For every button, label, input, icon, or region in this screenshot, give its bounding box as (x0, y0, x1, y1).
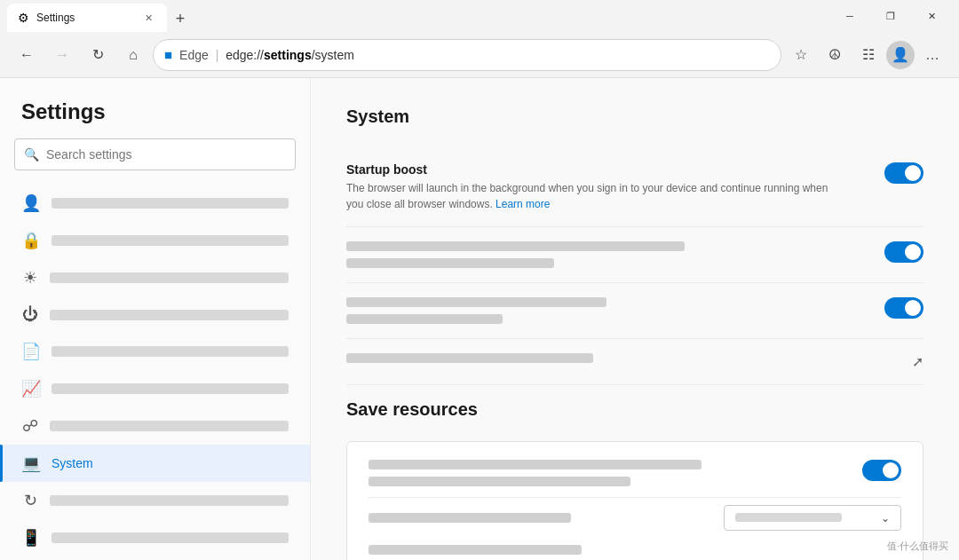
startup-boost-row: Startup boost The browser will launch in… (346, 148, 923, 227)
card-line2 (369, 477, 630, 486)
startup-boost-toggle[interactable] (884, 162, 923, 184)
toggle-thumb (883, 462, 899, 478)
refresh-button[interactable]: ↻ (82, 39, 114, 71)
row4-placeholder-1 (346, 353, 593, 363)
nav-item-placeholder (50, 421, 289, 431)
privacy-icon: 🔒 (21, 231, 41, 250)
startup-boost-desc: The browser will launch in the backgroun… (346, 180, 844, 212)
setting-row-4-info (346, 353, 894, 363)
startup-boost-info: Startup boost The browser will launch in… (346, 162, 867, 212)
search-icon: 🔍 (24, 147, 39, 162)
home-button[interactable]: ⌂ (117, 39, 149, 71)
nav-item-placeholder (52, 532, 289, 543)
address-bar[interactable]: ■ Edge | edge://settings/system (153, 39, 781, 71)
setting-row-3-info (346, 297, 867, 324)
sidebar-item-onstart[interactable]: ⏻ (0, 296, 310, 333)
save-resources-row (369, 460, 901, 498)
row3-toggle[interactable] (884, 297, 923, 319)
read-icon[interactable]: ☮ (819, 39, 851, 71)
maximize-button[interactable]: ❐ (870, 0, 911, 32)
row2-placeholder-2 (346, 258, 554, 268)
search-input[interactable] (46, 147, 286, 162)
save-resources-dropdown-row: ⌄ (369, 498, 901, 538)
setting-row-4: ➚ (346, 339, 923, 385)
sidebar-title: Settings (0, 99, 310, 138)
more-menu-icon[interactable]: … (916, 39, 948, 71)
watermark: 值·什么值得买 (887, 540, 948, 553)
back-button[interactable]: ← (11, 39, 43, 71)
sidebar-item-reset[interactable]: ↻ (0, 482, 310, 519)
sidebar-item-share[interactable]: 📈 (0, 370, 310, 407)
share-icon: 📈 (21, 379, 41, 398)
sidebar: Settings 🔍 👤 🔒 ☀ ⏻ 📄 (0, 78, 311, 560)
dropdown-label-area (369, 513, 706, 523)
tab-close-button[interactable]: ✕ (140, 10, 156, 26)
new-tab-button[interactable]: + (167, 5, 194, 32)
profile-icon[interactable]: 👤 (886, 41, 915, 69)
profiles-icon: 👤 (21, 193, 41, 213)
edge-logo-icon: ■ (164, 47, 172, 62)
settings-tab[interactable]: ⚙ Settings ✕ (7, 4, 167, 32)
toggle-thumb (905, 244, 921, 260)
minimize-button[interactable]: ─ (829, 0, 870, 32)
address-text: Edge | edge://settings/system (179, 48, 770, 62)
onstart-icon: ⏻ (21, 305, 39, 324)
external-link-icon[interactable]: ➚ (912, 353, 923, 370)
card-bottom-row (369, 538, 901, 555)
nav-item-placeholder (52, 383, 289, 394)
sidebar-item-privacy[interactable]: 🔒 (0, 222, 310, 259)
window-controls: ─ ❐ ✕ (829, 0, 952, 32)
card-line4 (369, 545, 582, 555)
nav-item-placeholder (50, 310, 289, 320)
dropdown-select[interactable]: ⌄ (724, 505, 901, 531)
navigation-bar: ← → ↻ ⌂ ■ Edge | edge://settings/system … (0, 32, 959, 78)
sidebar2-icon: ☍ (21, 416, 39, 436)
card-line1 (369, 460, 701, 469)
toggle-thumb (905, 165, 921, 181)
collections-icon[interactable]: ☷ (852, 39, 884, 71)
main-content: System Startup boost The browser will la… (311, 78, 959, 560)
appearance-icon: ☀ (21, 268, 39, 288)
forward-button[interactable]: → (46, 39, 78, 71)
sidebar-item-phone[interactable]: 📱 (0, 519, 310, 556)
nav-item-label-system: System (52, 456, 93, 470)
setting-row-2-info (346, 241, 867, 268)
sidebar-item-edge[interactable]: e (0, 556, 310, 560)
nav-item-placeholder (52, 346, 289, 357)
dropdown-selected-value (735, 511, 874, 525)
nav-items: 👤 🔒 ☀ ⏻ 📄 📈 (0, 185, 310, 560)
sidebar-item-profiles[interactable]: 👤 (0, 185, 310, 222)
setting-row-2 (346, 227, 923, 283)
nav-item-placeholder (52, 235, 289, 246)
favorites-icon[interactable]: ☆ (785, 39, 817, 71)
row3-placeholder-2 (346, 314, 503, 324)
sidebar-item-sidebar2[interactable]: ☍ (0, 407, 310, 445)
tab-title: Settings (36, 12, 133, 24)
search-box[interactable]: 🔍 (14, 138, 296, 170)
system-icon: 💻 (21, 454, 41, 473)
address-brand: Edge (179, 48, 209, 62)
dropdown-arrow-icon: ⌄ (881, 512, 890, 525)
nav-item-placeholder (52, 198, 289, 209)
close-button[interactable]: ✕ (911, 0, 952, 32)
sidebar-item-appearance[interactable]: ☀ (0, 259, 310, 296)
save-resources-toggle[interactable] (862, 460, 901, 481)
phone-icon: 📱 (21, 528, 41, 548)
card-line3 (369, 513, 571, 523)
save-resources-card: ⌄ (346, 441, 923, 560)
chrome-top: ⚙ Settings ✕ + ─ ❐ ✕ ← → ↻ ⌂ ■ Edge | ed… (0, 0, 959, 78)
sidebar-item-newtab[interactable]: 📄 (0, 333, 310, 370)
reset-icon: ↻ (21, 491, 39, 510)
setting-row-3 (346, 283, 923, 339)
tab-bar: ⚙ Settings ✕ + ─ ❐ ✕ (0, 0, 959, 32)
save-resources-title: Save resources (346, 399, 923, 420)
startup-boost-name: Startup boost (346, 162, 867, 177)
newtab-icon: 📄 (21, 342, 41, 361)
row2-toggle[interactable] (884, 241, 923, 263)
tab-icon: ⚙ (18, 11, 29, 25)
nav-item-placeholder (50, 495, 289, 506)
learn-more-link[interactable]: Learn more (495, 198, 550, 210)
sidebar-item-system[interactable]: 💻 System (0, 445, 310, 482)
row3-placeholder-1 (346, 297, 606, 307)
save-resources-info (369, 460, 844, 486)
